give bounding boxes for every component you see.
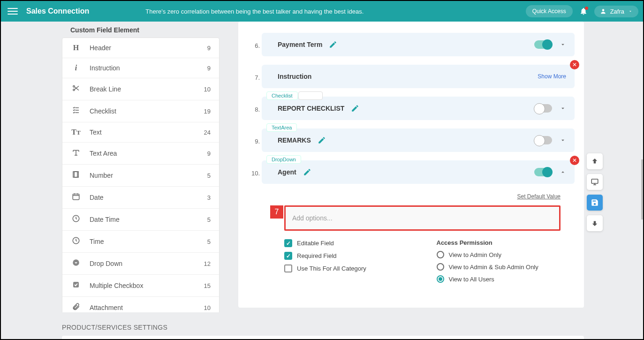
radio-view-to-admin-only[interactable]: View to Admin Only	[437, 251, 561, 258]
radio-icon	[437, 263, 444, 271]
scroll-up-button[interactable]	[587, 153, 603, 169]
preview-desktop-button[interactable]	[587, 174, 603, 190]
checkbox-use-this-for-all-category[interactable]: Use This For All Category	[284, 264, 409, 272]
field-box[interactable]: DropDown Agent ✕	[262, 160, 575, 184]
show-more-link[interactable]: Show More	[538, 73, 566, 80]
multicheck-icon	[71, 280, 81, 291]
svg-rect-5	[73, 194, 79, 200]
palette-item-label: Text Area	[90, 150, 207, 157]
palette-item-label: Break Line	[90, 85, 204, 93]
access-permission-title: Access Permission	[437, 239, 561, 246]
palette-item-number[interactable]: Number 5	[62, 165, 219, 187]
chevron-up-icon[interactable]	[560, 169, 566, 175]
palette-item-label: Date Time	[90, 216, 207, 223]
quick-access-button[interactable]: Quick Access	[526, 5, 573, 17]
field-box[interactable]: Checklist REPORT CHECKLIST	[262, 97, 575, 120]
app-header: Sales Connection There's zero correlatio…	[1, 1, 644, 22]
field-box[interactable]: Payment Term	[262, 33, 575, 56]
radio-icon	[437, 251, 444, 258]
set-default-value-link[interactable]: Set Default Value	[284, 193, 561, 200]
chevron-down-icon[interactable]	[560, 137, 566, 144]
palette-item-label: Number	[90, 172, 207, 179]
palette-title: Custom Field Element	[62, 22, 220, 38]
field-number: 7.	[248, 65, 262, 81]
custom-field-palette: Custom Field Element H Header 9i Instruc…	[62, 22, 220, 312]
palette-item-break-line[interactable]: Break Line 10	[62, 78, 219, 100]
add-options-input[interactable]	[284, 205, 561, 231]
header-tagline: There's zero correlation between being t…	[145, 8, 364, 15]
hamburger-menu-icon[interactable]	[8, 6, 18, 16]
palette-item-checklist[interactable]: Checklist 19	[62, 100, 219, 122]
field-name: Instruction	[278, 73, 311, 80]
field-toggle[interactable]	[534, 104, 552, 113]
palette-item-count: 24	[204, 129, 211, 136]
field-row-2: 8. Checklist REPORT CHECKLIST	[248, 97, 575, 120]
delete-field-button[interactable]: ✕	[570, 156, 579, 165]
palette-item-text[interactable]: TT Text 24	[62, 122, 219, 143]
radio-label: View to Admin Only	[449, 251, 501, 258]
palette-item-drop-down[interactable]: Drop Down 12	[62, 253, 219, 275]
field-row-0: 6. Payment Term	[248, 33, 575, 56]
step-badge: 7	[270, 205, 283, 219]
checkbox-editable-field[interactable]: Editable Field	[284, 239, 409, 247]
edit-icon[interactable]	[303, 168, 311, 176]
svg-rect-3	[73, 172, 77, 177]
product-services-card	[62, 336, 584, 339]
checkbox-required-field[interactable]: Required Field	[284, 252, 409, 260]
palette-item-header[interactable]: H Header 9	[62, 38, 219, 58]
clock-icon	[71, 214, 81, 225]
radio-view-to-admin-&-sub-admin-only[interactable]: View to Admin & Sub Admin Only	[437, 263, 561, 271]
app-logo: Sales Connection	[26, 7, 89, 15]
user-icon	[600, 8, 606, 15]
field-box[interactable]: TextArea REMARKS	[262, 128, 575, 152]
field-type-tag: DropDown	[266, 155, 301, 164]
field-number: 8.	[248, 97, 262, 113]
palette-item-label: Text	[90, 128, 204, 136]
palette-item-text-area[interactable]: Text Area 9	[62, 143, 219, 165]
edit-icon[interactable]	[351, 104, 359, 113]
notification-bell-icon[interactable]	[579, 7, 588, 15]
palette-item-count: 15	[204, 282, 211, 289]
Tt-icon: TT	[71, 128, 81, 136]
palette-item-label: Attachment	[90, 304, 204, 311]
edit-icon[interactable]	[329, 40, 337, 49]
save-button[interactable]	[587, 195, 603, 211]
field-toggle[interactable]	[534, 136, 552, 144]
radio-icon	[437, 275, 444, 283]
chevron-down-icon[interactable]	[560, 41, 566, 48]
palette-item-time[interactable]: Time 5	[62, 231, 219, 253]
palette-item-multiple-checkbox[interactable]: Multiple Checkbox 15	[62, 275, 219, 297]
checkbox-label: Editable Field	[297, 240, 334, 247]
H-icon: H	[71, 44, 81, 52]
field-tag-extra	[298, 91, 323, 100]
scroll-down-button[interactable]	[587, 215, 603, 231]
chevron-down-icon[interactable]	[560, 105, 566, 112]
palette-item-count: 12	[204, 260, 211, 267]
delete-field-button[interactable]: ✕	[570, 60, 579, 69]
field-box[interactable]: Instruction Show More ✕	[262, 65, 575, 88]
palette-item-label: Date	[90, 194, 207, 201]
scissors-icon	[71, 84, 81, 94]
field-row-4: 10. DropDown Agent ✕	[248, 160, 575, 184]
user-name: Zafra	[610, 8, 624, 15]
palette-item-label: Header	[90, 44, 207, 52]
palette-item-date[interactable]: Date 3	[62, 187, 219, 209]
i-icon-icon: i	[71, 64, 81, 72]
field-row-3: 9. TextArea REMARKS	[248, 128, 575, 152]
palette-item-attachment[interactable]: Attachment 10	[62, 297, 219, 312]
svg-point-1	[73, 86, 75, 87]
palette-item-instruction[interactable]: i Instruction 9	[62, 58, 219, 78]
field-toggle[interactable]	[534, 168, 552, 176]
field-toggle[interactable]	[534, 40, 552, 49]
palette-item-count: 9	[207, 45, 211, 52]
edit-icon[interactable]	[318, 136, 326, 144]
checklist-icon	[71, 106, 81, 116]
scrollbar-thumb[interactable]	[641, 159, 644, 219]
field-number: 6.	[248, 33, 262, 49]
svg-rect-10	[591, 179, 598, 183]
user-menu[interactable]: Zafra	[594, 6, 638, 17]
palette-item-count: 9	[207, 150, 211, 157]
radio-view-to-all-users[interactable]: View to All Users	[437, 275, 561, 283]
palette-item-date-time[interactable]: Date Time 5	[62, 209, 219, 231]
palette-item-count: 9	[207, 65, 211, 72]
